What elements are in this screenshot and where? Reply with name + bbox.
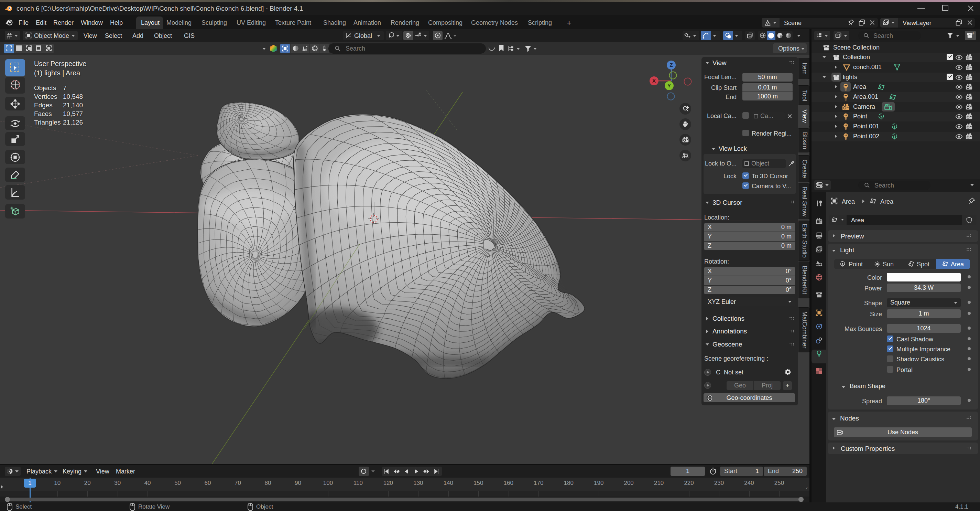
- svg-text:Z: Z: [670, 62, 673, 68]
- svg-text:X: X: [652, 78, 656, 84]
